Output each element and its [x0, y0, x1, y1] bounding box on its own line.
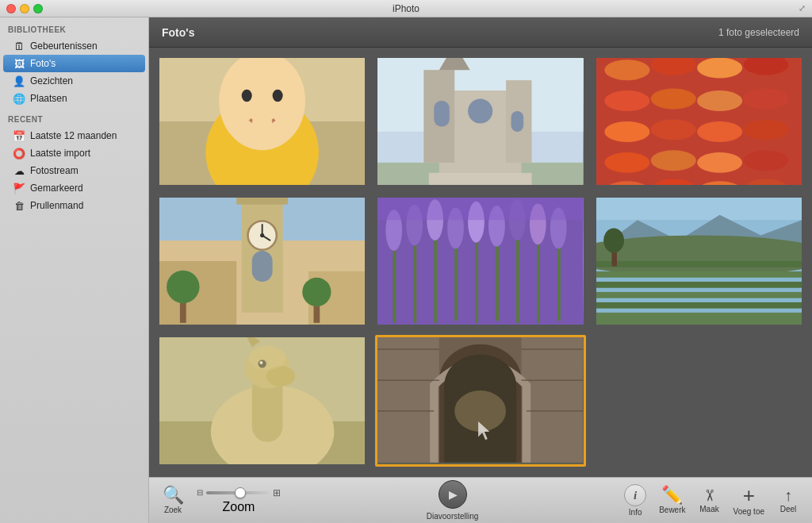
- maximize-button[interactable]: [33, 4, 43, 13]
- svg-rect-64: [537, 234, 540, 323]
- import-icon: ⭕: [13, 147, 25, 160]
- info-icon: i: [624, 484, 646, 506]
- svg-point-26: [743, 89, 788, 110]
- svg-point-16: [468, 98, 492, 123]
- sidebar: BIBLIOTHEEK 🗓 Gebeurtenissen 🖼 Foto's 👤 …: [0, 17, 149, 523]
- svg-point-80: [596, 236, 802, 277]
- photo-cell-market[interactable]: [594, 56, 804, 187]
- zoom-out-icon: ⊟: [197, 488, 203, 497]
- svg-rect-84: [596, 292, 802, 298]
- svg-rect-100: [377, 337, 439, 464]
- svg-rect-17: [429, 173, 532, 185]
- sidebar-label-fotostream: Fotostream: [30, 165, 79, 176]
- sidebar-item-laatste-import[interactable]: ⭕ Laatste import: [3, 144, 145, 162]
- share-label: Deel: [780, 505, 797, 513]
- slideshow-label: Diavoorstelling: [427, 512, 479, 521]
- resize-icon[interactable]: ⤢: [799, 3, 806, 13]
- photos-icon: 🖼: [13, 57, 25, 70]
- svg-point-27: [604, 121, 649, 142]
- traffic-lights: [6, 4, 43, 13]
- sidebar-item-plaatsen[interactable]: 🌐 Plaatsen: [3, 90, 145, 107]
- add-button[interactable]: + Voeg toe: [727, 482, 771, 519]
- svg-point-53: [167, 271, 199, 303]
- photo-cell-arch[interactable]: [375, 335, 585, 467]
- selection-status: 1 foto geselecteerd: [718, 27, 799, 38]
- svg-rect-85: [596, 302, 802, 309]
- sidebar-item-gezichten[interactable]: 👤 Gezichten: [3, 72, 145, 90]
- slideshow-button[interactable]: Diavoorstelling: [420, 477, 485, 523]
- svg-point-4: [242, 90, 252, 102]
- main-layout: BIBLIOTHEEK 🗓 Gebeurtenissen 🖼 Foto's 👤 …: [0, 17, 812, 523]
- sidebar-item-gemarkeerd[interactable]: 🚩 Gemarkeerd: [3, 179, 145, 197]
- svg-point-5: [273, 90, 283, 102]
- svg-point-31: [604, 152, 649, 173]
- svg-rect-49: [252, 251, 273, 282]
- svg-rect-14: [435, 101, 450, 126]
- share-icon: ↑: [784, 487, 792, 503]
- photo-cell-lavender[interactable]: [375, 195, 585, 327]
- calendar-recent-icon: 📅: [13, 129, 25, 142]
- zoom-thumb: [235, 487, 246, 498]
- search-button[interactable]: 🔍 Zoek: [155, 483, 190, 517]
- svg-rect-83: [596, 282, 802, 288]
- svg-point-98: [249, 345, 286, 370]
- zoom-label: Zoom: [223, 500, 255, 514]
- edit-label: Bewerk: [659, 506, 685, 514]
- info-button[interactable]: i Info: [618, 481, 653, 520]
- sidebar-label-plaatsen: Plaatsen: [30, 93, 67, 104]
- photo-cell-church[interactable]: [375, 56, 585, 187]
- edit-button[interactable]: ✏️ Bewerk: [653, 483, 691, 517]
- svg-point-29: [697, 121, 742, 142]
- window-title: iPhoto: [393, 3, 419, 14]
- sidebar-item-gebeurtenissen[interactable]: 🗓 Gebeurtenissen: [3, 37, 145, 55]
- photo-cell-baby[interactable]: [157, 56, 367, 187]
- zoom-slider[interactable]: [206, 491, 270, 494]
- svg-rect-57: [393, 240, 396, 323]
- svg-point-21: [697, 58, 742, 79]
- svg-point-88: [603, 229, 624, 253]
- pencil-icon: ✏️: [661, 486, 683, 504]
- sidebar-label-prullenmand: Prullenmand: [30, 200, 83, 211]
- photo-cell-llama[interactable]: [157, 335, 367, 467]
- toolbar: 🔍 Zoek ⊟ ⊞ Zoom Diavoorstelling: [149, 477, 812, 523]
- titlebar: iPhoto ⤢: [0, 0, 812, 17]
- svg-rect-82: [596, 271, 802, 278]
- svg-point-33: [697, 152, 742, 173]
- sidebar-item-fotos[interactable]: 🖼 Foto's: [3, 55, 145, 72]
- zoom-in-icon: ⊞: [273, 487, 281, 498]
- photo-thumb-tower: [159, 198, 365, 325]
- scissors-icon: ✂: [702, 489, 718, 502]
- search-label: Zoek: [164, 506, 182, 514]
- zoom-group: ⊟ ⊞ Zoom: [190, 487, 287, 514]
- svg-point-23: [604, 90, 649, 111]
- sidebar-item-laatste12[interactable]: 📅 Laatste 12 maanden: [3, 127, 145, 144]
- svg-rect-60: [455, 238, 458, 321]
- svg-rect-107: [377, 463, 583, 464]
- info-label: Info: [629, 508, 642, 517]
- svg-point-32: [650, 150, 695, 171]
- photo-grid: [149, 48, 812, 477]
- svg-rect-62: [496, 237, 499, 321]
- create-button[interactable]: ✂ Maak: [692, 484, 727, 517]
- calendar-icon: 🗓: [13, 40, 25, 52]
- add-icon: +: [743, 485, 755, 506]
- sidebar-item-fotostream[interactable]: ☁ Fotostream: [3, 162, 145, 179]
- search-icon: 🔍: [163, 486, 184, 504]
- svg-rect-43: [236, 198, 288, 205]
- minimize-button[interactable]: [20, 4, 29, 13]
- sidebar-label-gezichten: Gezichten: [30, 75, 73, 87]
- svg-point-19: [604, 60, 649, 80]
- svg-point-28: [650, 119, 695, 140]
- sidebar-section-recent: RECENT: [0, 107, 148, 127]
- sidebar-item-prullenmand[interactable]: 🗑 Prullenmand: [3, 197, 145, 214]
- photo-thumb-baby: [159, 58, 365, 185]
- add-label: Voeg toe: [733, 507, 764, 516]
- photo-thumb-llama: [159, 337, 365, 464]
- svg-rect-81: [596, 261, 802, 267]
- photo-cell-field[interactable]: [594, 195, 804, 327]
- close-button[interactable]: [6, 4, 16, 13]
- share-button[interactable]: ↑ Deel: [771, 484, 806, 517]
- photo-cell-tower[interactable]: [157, 195, 367, 327]
- zoom-area: ⊟ ⊞: [190, 487, 287, 498]
- svg-point-6: [252, 115, 273, 132]
